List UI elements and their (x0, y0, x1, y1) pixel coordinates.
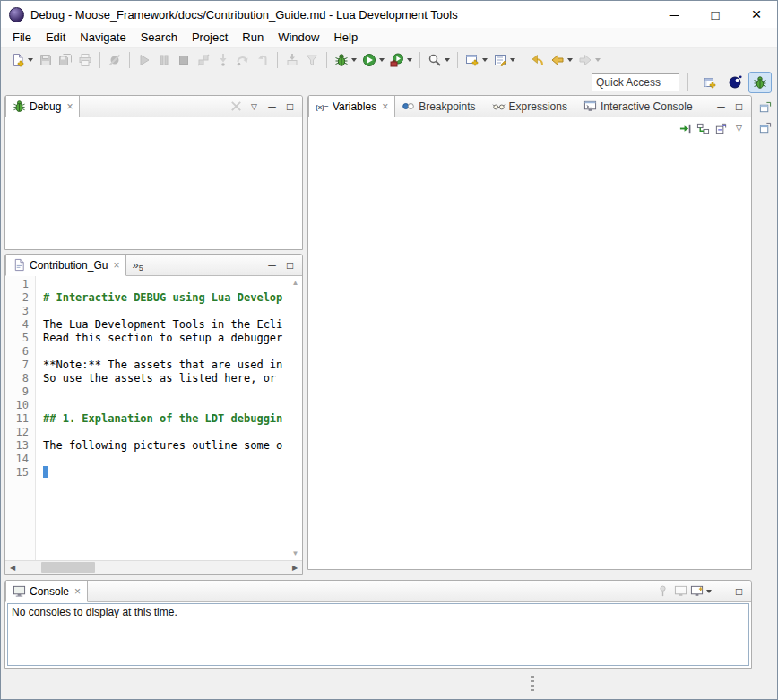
horizontal-scrollbar[interactable]: ◀ ▶ (5, 560, 302, 574)
trim-drag-grip[interactable] (531, 676, 534, 692)
dropdown-caret-icon[interactable] (28, 58, 33, 62)
back-button[interactable] (549, 50, 575, 70)
dropdown-caret-icon[interactable] (706, 590, 712, 593)
vertical-scrollbar[interactable]: ▲ ▼ (289, 276, 302, 560)
line-number[interactable]: 5 (5, 332, 29, 345)
dropdown-caret-icon[interactable] (407, 58, 412, 62)
line-number[interactable]: 8 (5, 372, 29, 385)
scroll-down-icon[interactable]: ▼ (292, 549, 299, 557)
code-line[interactable]: Read this section to setup a debugger (43, 332, 289, 345)
view-menu-button[interactable]: ▽ (730, 119, 748, 137)
line-number[interactable]: 11 (5, 412, 29, 426)
line-number-ruler[interactable]: 123456789101112131415 (5, 276, 36, 560)
code-line[interactable]: # Interactive DEBUG using Lua Develop (43, 291, 289, 305)
restore-minimized-view-button[interactable] (756, 99, 774, 117)
show-logical-structure-button[interactable] (695, 119, 712, 137)
show-type-names-button[interactable] (677, 119, 694, 137)
code-line[interactable]: ## 1. Explanation of the LDT debuggin (43, 412, 289, 426)
menu-project[interactable]: Project (185, 28, 235, 47)
dropdown-caret-icon[interactable] (351, 58, 357, 62)
line-number[interactable]: 3 (5, 305, 29, 318)
close-tab-icon[interactable]: × (382, 101, 388, 112)
dropdown-caret-icon[interactable] (379, 58, 385, 62)
editor-overflow-tab[interactable]: » 5 (126, 255, 148, 275)
line-number[interactable]: 1 (5, 278, 29, 291)
line-number[interactable]: 9 (5, 385, 29, 399)
close-tab-icon[interactable]: × (66, 101, 73, 112)
line-number[interactable]: 4 (5, 318, 29, 332)
maximize-view-button[interactable]: □ (281, 98, 298, 116)
restore-minimized-view-button[interactable] (756, 119, 774, 137)
dropdown-caret-icon[interactable] (445, 58, 450, 62)
menu-help[interactable]: Help (326, 28, 365, 47)
view-menu-button[interactable]: ▽ (246, 98, 263, 116)
new-button[interactable] (9, 50, 35, 70)
menu-file[interactable]: File (5, 28, 39, 47)
tab-contribution-guide[interactable]: Contribution_Gu × (5, 255, 126, 276)
search-button[interactable] (426, 50, 452, 70)
line-number[interactable]: 2 (5, 291, 29, 305)
maximize-view-button[interactable]: □ (730, 583, 748, 601)
tab-interactive-console[interactable]: Interactive Console (577, 96, 703, 117)
close-tab-icon[interactable]: × (113, 260, 119, 271)
menu-search[interactable]: Search (134, 28, 185, 47)
collapse-all-button[interactable] (713, 119, 730, 137)
tab-expressions[interactable]: Expressions (486, 96, 577, 117)
maximize-view-button[interactable]: □ (281, 256, 298, 274)
code-line[interactable]: So use the assets as listed here, or (43, 372, 289, 385)
scrollbar-track[interactable] (20, 561, 288, 574)
line-number[interactable]: 6 (5, 345, 29, 359)
tab-debug[interactable]: Debug × (5, 96, 80, 117)
tab-breakpoints[interactable]: Breakpoints (395, 96, 485, 117)
minimize-view-button[interactable]: ─ (713, 583, 730, 601)
tab-console[interactable]: Console × (5, 581, 88, 602)
quick-access-input[interactable] (592, 73, 679, 91)
line-number[interactable]: 13 (5, 439, 29, 453)
code-line[interactable] (43, 466, 289, 480)
code-line[interactable] (43, 278, 289, 291)
code-line[interactable]: **Note:** The assets that are used in (43, 359, 289, 372)
menu-navigate[interactable]: Navigate (73, 28, 133, 47)
menu-run[interactable]: Run (235, 28, 271, 47)
external-tools-button[interactable] (388, 50, 414, 70)
scroll-left-icon[interactable]: ◀ (5, 564, 20, 572)
code-line[interactable]: The following pictures outline some o (43, 439, 289, 453)
maximize-view-button[interactable]: □ (730, 98, 748, 116)
code-line[interactable] (43, 345, 289, 359)
minimize-view-button[interactable]: ─ (264, 98, 281, 116)
debug-perspective-button[interactable] (748, 72, 772, 93)
minimize-view-button[interactable]: ─ (713, 98, 730, 116)
last-edit-location-button[interactable] (529, 50, 547, 70)
scroll-up-icon[interactable]: ▲ (292, 279, 299, 287)
minimize-view-button[interactable]: ─ (264, 256, 281, 274)
tab-variables[interactable]: (x)=Variables× (308, 96, 395, 117)
scrollbar-thumb[interactable] (41, 562, 95, 573)
code-line[interactable] (43, 399, 289, 412)
dropdown-caret-icon[interactable] (510, 58, 515, 62)
open-perspective-button[interactable] (698, 72, 722, 93)
open-element-button[interactable] (491, 50, 517, 70)
run-button[interactable] (360, 50, 386, 70)
code-line[interactable] (43, 426, 289, 439)
open-console-button[interactable] (690, 583, 712, 601)
line-number[interactable]: 14 (5, 453, 29, 466)
dropdown-caret-icon[interactable] (482, 58, 488, 62)
menu-edit[interactable]: Edit (39, 28, 73, 47)
line-number[interactable]: 12 (5, 426, 29, 439)
code-line[interactable]: The Lua Development Tools in the Ecli (43, 318, 289, 332)
menu-window[interactable]: Window (271, 28, 326, 47)
debug-button[interactable] (333, 50, 359, 70)
new-wizard-button[interactable] (463, 50, 489, 70)
line-number[interactable]: 7 (5, 359, 29, 372)
scroll-right-icon[interactable]: ▶ (288, 564, 302, 572)
code-line[interactable] (43, 453, 289, 466)
dropdown-caret-icon[interactable] (567, 58, 573, 62)
line-number[interactable]: 10 (5, 399, 29, 412)
minimize-window-button[interactable]: ─ (653, 1, 695, 28)
lua-perspective-button[interactable] (723, 72, 747, 93)
maximize-window-button[interactable]: □ (695, 1, 736, 28)
code-area[interactable]: # Interactive DEBUG using Lua DevelopThe… (36, 276, 289, 560)
line-number[interactable]: 15 (5, 466, 29, 480)
code-line[interactable] (43, 385, 289, 399)
close-window-button[interactable]: × (736, 1, 777, 28)
